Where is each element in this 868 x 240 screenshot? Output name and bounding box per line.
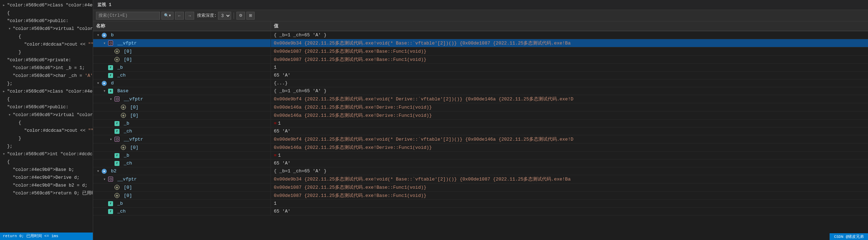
arr-icon: ⊕: [115, 193, 119, 198]
vptr-icon: ⬡: [115, 137, 119, 142]
status-bar-right: CSDN @猪皮兄弟: [830, 233, 868, 240]
code-panel: ▶"color:#569cd6">class "color:#4ec9b0">B…: [0, 0, 93, 240]
code-line: {: [0, 158, 93, 166]
code-text: }: [18, 135, 21, 142]
search-box[interactable]: 搜索(Ctrl+E): [96, 12, 160, 20]
table-row[interactable]: f_b=1: [93, 152, 868, 160]
table-row[interactable]: f_b1: [93, 200, 868, 208]
table-row[interactable]: f_ch65 'A': [93, 127, 868, 135]
table-row[interactable]: ▼⬡__vfptr0x00de9b34 {2022.11.25多态测试代码.ex…: [93, 39, 868, 47]
pointer-icon: ◆: [102, 81, 107, 86]
code-text: "color:#569cd6">int _b = 1;: [13, 64, 85, 72]
code-text: "color:#569cd6">class "color:#4ec9b0">De…: [7, 88, 93, 95]
expand-triangle[interactable]: ▼: [102, 178, 107, 181]
table-row[interactable]: ⊕[0]0x00de146a {2022.11.25多态测试代码.exe!Der…: [93, 111, 868, 120]
table-row[interactable]: ⊕[0]0x00de1087 {2022.11.25多态测试代码.exe!Bas…: [93, 192, 868, 200]
expand-icon[interactable]: ▶: [1, 89, 6, 94]
var-name: _ch: [117, 73, 126, 78]
code-status-bar: return 0; 已用时间 <= 1ms: [0, 233, 93, 240]
code-text: };: [7, 142, 12, 150]
changed-marker: =: [274, 153, 277, 158]
watch-title: 监视 1: [93, 0, 868, 10]
code-line: }: [0, 135, 93, 142]
value-text: 0x00de9b34 {2022.11.25多态测试代码.exe!void(* …: [274, 40, 571, 46]
table-row[interactable]: f_ch65 'A': [93, 72, 868, 79]
expand-icon[interactable]: ▼: [1, 152, 6, 157]
value-text: 0x00de9bf4 {2022.11.25多态测试代码.exe!void(* …: [274, 96, 574, 102]
code-text: {: [7, 95, 10, 103]
code-line: "color:#569cd6">return 0; 已用时间 <= 1ms: [0, 189, 93, 197]
table-row[interactable]: ▼◆d{...}: [93, 79, 868, 87]
depth-select[interactable]: 1 2 3 4 5: [218, 12, 231, 20]
cell-value: 0x00de1087 {2022.11.25多态测试代码.exe!Base::F…: [271, 47, 868, 55]
var-name: [0]: [124, 57, 132, 62]
cell-name: f_ch: [93, 127, 271, 135]
table-row[interactable]: ▼⬡__vfptr0x00de9bf4 {2022.11.25多态测试代码.ex…: [93, 135, 868, 144]
table-row[interactable]: ⊕[0]0x00de146a {2022.11.25多态测试代码.exe!Der…: [93, 144, 868, 152]
cell-value: 65 'A': [271, 208, 868, 215]
cell-value: 0x00de1087 {2022.11.25多态测试代码.exe!Base::F…: [271, 192, 868, 199]
value-text: 0x00de146a {2022.11.25多态测试代码.exe!Derive:…: [274, 144, 432, 151]
code-text: "color:#569cd6">public:: [7, 17, 69, 25]
code-line: {: [0, 33, 93, 41]
field-icon: f: [115, 161, 119, 166]
table-row[interactable]: ⊕[0]0x00de146a {2022.11.25多态测试代码.exe!Der…: [93, 103, 868, 111]
cell-name: ▼⬡__vfptr: [93, 95, 271, 103]
field-icon: f: [108, 73, 113, 78]
expand-icon[interactable]: ▼: [7, 113, 12, 118]
expand-triangle[interactable]: ▼: [109, 138, 113, 141]
expand-triangle[interactable]: ▼: [102, 42, 107, 45]
expand-triangle[interactable]: ▼: [109, 98, 113, 101]
cell-name: ⊕[0]: [93, 144, 271, 151]
cell-name: ⊕[0]: [93, 183, 271, 191]
expand-triangle[interactable]: ▼: [96, 33, 100, 37]
filter-btn[interactable]: ⚙: [236, 12, 245, 20]
field-icon: f: [115, 129, 119, 134]
table-row[interactable]: ⊕[0]0x00de1087 {2022.11.25多态测试代码.exe!Bas…: [93, 56, 868, 64]
var-name: _b: [117, 65, 123, 70]
table-row[interactable]: ▼BBase{ _b=1 _ch=65 'A' }: [93, 87, 868, 95]
table-row[interactable]: f_ch65 'A': [93, 208, 868, 215]
cell-name: ⊕[0]: [93, 56, 271, 63]
watch-toolbar: 搜索(Ctrl+E) 🔍▾ ← → 搜索深度: 1 2 3 4 5 ⚙ ⊞: [93, 10, 868, 21]
var-name: [0]: [124, 193, 132, 198]
prev-btn[interactable]: ←: [175, 12, 184, 20]
code-line: "color:#4ec9b0">Base b2 = d;: [0, 182, 93, 189]
code-text: "color:#569cd6">return 0; 已用时间 <= 1ms: [13, 189, 93, 197]
cell-value: { _b=1 _ch=65 'A' }: [271, 31, 868, 39]
grid-btn[interactable]: ⊞: [246, 12, 255, 20]
expand-icon[interactable]: ▼: [7, 26, 12, 31]
cell-name: ▼◆b: [93, 31, 271, 39]
code-text: };: [7, 80, 12, 88]
value-text: 0x00de9bf4 {2022.11.25多态测试代码.exe!void(* …: [274, 136, 574, 142]
table-row[interactable]: ▼⬡__vfptr0x00de9bf4 {2022.11.25多态测试代码.ex…: [93, 95, 868, 103]
search-icon-btn[interactable]: 🔍▾: [161, 12, 174, 20]
cell-name: f_b: [93, 120, 271, 127]
expand-triangle[interactable]: ▼: [102, 89, 107, 93]
next-btn[interactable]: →: [185, 12, 194, 20]
code-text: {: [18, 33, 21, 41]
watch-table[interactable]: ▼◆b{ _b=1 _ch=65 'A' }▼⬡__vfptr0x00de9b3…: [93, 31, 868, 240]
table-row[interactable]: ▼⬡__vfptr0x00de9b34 {2022.11.25多态测试代码.ex…: [93, 175, 868, 183]
value-text: 1: [278, 121, 281, 126]
table-row[interactable]: ⊕[0]0x00de1087 {2022.11.25多态测试代码.exe!Bas…: [93, 47, 868, 56]
expand-triangle[interactable]: ▼: [96, 169, 100, 173]
table-row[interactable]: f_b=1: [93, 120, 868, 127]
code-line: "color:#569cd6">public:: [0, 103, 93, 111]
table-row[interactable]: ▼◆b{ _b=1 _ch=65 'A' }: [93, 31, 868, 39]
code-line: "color:#569cd6">char _ch = 'A';: [0, 72, 93, 80]
table-row[interactable]: ⊕[0]0x00de1087 {2022.11.25多态测试代码.exe!Bas…: [93, 183, 868, 192]
table-row[interactable]: f_b1: [93, 64, 868, 72]
code-text: "color:#569cd6">class "color:#4ec9b0">Ba…: [7, 1, 93, 9]
code-text: "color:#4ec9b0">Base b2 = d;: [13, 182, 87, 189]
table-row[interactable]: f_ch65 'A': [93, 160, 868, 167]
expand-triangle[interactable]: ▼: [96, 82, 100, 85]
cell-name: ▼◆b2: [93, 167, 271, 175]
var-name: _b: [117, 201, 123, 206]
table-row[interactable]: ▼◆b2{ _b=1 _ch=65 'A' }: [93, 167, 868, 175]
value-text: { _b=1 _ch=65 'A' }: [274, 88, 326, 94]
expand-icon[interactable]: ▶: [1, 3, 6, 8]
arr-icon: ⊕: [115, 185, 119, 190]
value-text: { _b=1 _ch=65 'A' }: [274, 32, 326, 38]
pointer-icon: ◆: [102, 169, 107, 174]
